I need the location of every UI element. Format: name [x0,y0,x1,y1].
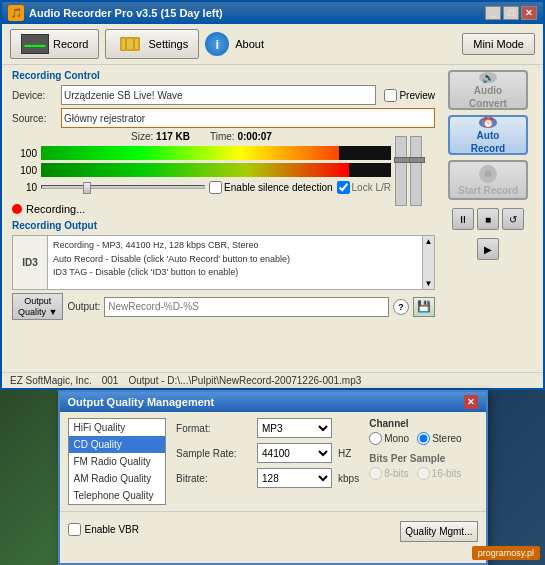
stereo-option[interactable]: Stereo [417,432,461,445]
id3-button[interactable]: ID3 [13,236,48,289]
save-icon: 💾 [417,300,431,313]
level-bar-left [41,146,391,160]
bits-8-option[interactable]: 8-bits [369,467,408,480]
preview-checkbox[interactable] [384,89,397,102]
audio-convert-button[interactable]: 🔊 Audio Convert [448,70,528,110]
vert-slider-right[interactable] [410,136,422,206]
title-bar-left: 🎵 Audio Recorder Pro v3.5 (15 Day left) [8,5,223,21]
record-button[interactable]: ▬▬▬ Record [10,29,99,59]
auto-record-icon: ⏰ [479,117,497,128]
size-time-row: Size: 117 KB Time: 0:00:07 [12,131,391,142]
quality-item-tel[interactable]: Telephone Quality [69,487,166,504]
dialog-form: Format: MP3 Sample Rate: 44100 HZ Bitrat… [176,418,359,505]
output-filename-input[interactable] [104,297,389,317]
auto-record-label2: Record [471,143,505,154]
device-select[interactable]: Urządzenie SB Live! Wave [61,85,376,105]
mini-mode-button[interactable]: Mini Mode [462,33,535,55]
dialog-title-bar: Output Quality Management ✕ [60,392,486,412]
main-window: 🎵 Audio Recorder Pro v3.5 (15 Day left) … [0,0,545,390]
level-bar-right [41,163,391,177]
hz-unit: HZ [338,448,351,459]
silence-check[interactable]: Enable silence detection [209,181,332,194]
minimize-button[interactable]: _ [485,6,501,20]
logo-text: programosy.pl [478,548,534,558]
app-icon: 🎵 [8,5,24,21]
vert-slider-left[interactable] [395,136,407,206]
logo-badge: programosy.pl [472,546,540,560]
lock-lr-checkbox[interactable] [337,181,350,194]
time-value: 0:00:07 [237,131,271,142]
format-label: Format: [176,423,251,434]
level-left-value: 100 [12,148,37,159]
output-scrollbar[interactable]: ▲ ▼ [422,236,434,289]
output-label-top: Output [24,296,51,306]
mono-option[interactable]: Mono [369,432,409,445]
size-label: Size: 117 KB [131,131,190,142]
dialog-title-text: Output Quality Management [68,396,215,408]
slider-thumb[interactable] [83,182,91,194]
dialog-close-button[interactable]: ✕ [464,395,478,409]
source-select[interactable]: Główny rejestrator [61,108,435,128]
start-record-button[interactable]: ⏺ Start Record [448,160,528,200]
bits-radio-row: 8-bits 16-bits [369,467,477,480]
stereo-radio[interactable] [417,432,430,445]
scroll-up[interactable]: ▲ [424,236,434,247]
right-panel: 🔊 Audio Convert ⏰ Auto Record ⏺ Start Re… [443,70,533,320]
quality-item-am[interactable]: AM Radio Quality [69,470,166,487]
maximize-button[interactable]: □ [503,6,519,20]
status-output-path: Output - D:\...\Pulpit\NewRecord-2007122… [128,375,361,386]
title-buttons: _ □ ✕ [485,6,537,20]
source-select-wrap: Główny rejestrator [61,108,435,128]
channel-group: Channel Mono Stereo [369,418,477,445]
quality-mgmt-btn-wrap: Quality Mgmt... [400,516,477,542]
auto-record-button[interactable]: ⏰ Auto Record [448,115,528,155]
bits-8-radio [369,467,382,480]
settings-button[interactable]: Settings [105,29,199,59]
output-quality-button[interactable]: Output Quality ▼ [12,293,63,320]
play-button[interactable]: ▶ [477,238,499,260]
vbr-checkbox[interactable] [68,523,81,536]
toolbar: ▬▬▬ Record Settings i About Mini Mode [2,24,543,65]
id3-label: ID3 [22,257,38,268]
quality-item-hifi[interactable]: HiFi Quality [69,419,166,436]
bitrate-select[interactable]: 128 [257,468,332,488]
output-field-label: Output: [67,301,100,312]
vert-sliders [395,136,435,201]
format-row: Format: MP3 [176,418,359,438]
bitrate-row: Bitrate: 128 kbps [176,468,359,488]
settings-icon [116,34,144,54]
quality-item-fm[interactable]: FM Radio Quality [69,453,166,470]
auto-record-label1: Auto [477,130,500,141]
stop-button[interactable]: ■ [477,208,499,230]
help-button[interactable]: ? [393,299,409,315]
info-icon[interactable]: i [205,32,229,56]
play-icon: ▶ [484,244,492,255]
dialog-content: HiFi Quality CD Quality FM Radio Quality… [60,412,486,511]
sample-rate-select[interactable]: 44100 [257,443,332,463]
levels-panel: Size: 117 KB Time: 0:00:07 100 [12,131,391,201]
silence-checkbox[interactable] [209,181,222,194]
about-button-label[interactable]: About [235,38,264,50]
sample-rate-row: Sample Rate: 44100 HZ [176,443,359,463]
bits-16-label: 16-bits [432,468,462,479]
scroll-down[interactable]: ▼ [424,278,434,289]
start-record-icon: ⏺ [479,165,497,183]
volume-slider[interactable] [41,180,205,194]
play-controls: ▶ [477,238,499,260]
stereo-label: Stereo [432,433,461,444]
format-select[interactable]: MP3 [257,418,332,438]
lock-lr-label: Lock L/R [352,182,391,193]
close-button[interactable]: ✕ [521,6,537,20]
output-line3: ID3 TAG - Disable (click 'ID3' button to… [53,266,417,280]
preview-check[interactable]: Preview [384,89,435,102]
mini-mode-label: Mini Mode [473,38,524,50]
pause-button[interactable]: ⏸ [452,208,474,230]
bits-16-option[interactable]: 16-bits [417,467,462,480]
rewind-button[interactable]: ↺ [502,208,524,230]
quality-item-cd[interactable]: CD Quality [69,436,166,453]
vert-slider-group [395,136,435,201]
mono-radio[interactable] [369,432,382,445]
save-output-button[interactable]: 💾 [413,297,435,317]
status-company: EZ SoftMagic, Inc. [10,375,92,386]
quality-mgmt-button[interactable]: Quality Mgmt... [400,521,477,542]
